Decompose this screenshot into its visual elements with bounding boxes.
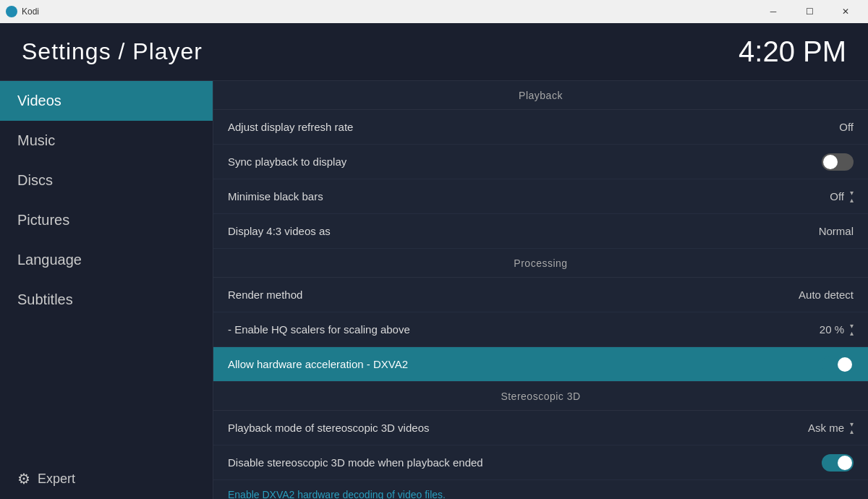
setting-label-playback-3d: Playback mode of stereoscopic 3D videos [228,422,429,434]
chevrons-hq-scalers[interactable]: ▾ ▴ [850,323,854,337]
setting-row-hq-scalers[interactable]: - Enable HQ scalers for scaling above 20… [213,312,868,347]
setting-label-hw-accel: Allow hardware acceleration - DXVA2 [228,358,408,370]
section-header-playback: Playback [213,81,868,110]
setting-row-adjust-refresh[interactable]: Adjust display refresh rate Off [213,110,868,145]
toggle-knob-hw-accel [838,357,852,372]
sidebar-item-music[interactable]: Music [0,121,213,161]
sidebar-item-pictures[interactable]: Pictures [0,200,213,240]
sidebar-item-videos[interactable]: Videos [0,81,213,121]
chevrons-playback-3d[interactable]: ▾ ▴ [850,421,854,435]
toggle-disable-3d[interactable] [822,454,854,472]
title-bar-app-name: Kodi [22,7,39,17]
setting-value-adjust-refresh: Off [839,121,854,133]
section-header-stereoscopic: Stereoscopic 3D [213,382,868,411]
app-icon [6,6,17,17]
setting-value-minimise-black: Off ▾ ▴ [830,189,854,204]
setting-row-display-43[interactable]: Display 4:3 videos as Normal [213,214,868,249]
setting-value-sync-playback [822,153,854,171]
setting-value-hw-accel [822,356,854,373]
sidebar-item-label-language: Language [17,252,82,268]
helper-text: Enable DXVA2 hardware decoding of video … [213,480,868,499]
toggle-sync-playback[interactable] [822,153,854,171]
chevrons-minimise-black[interactable]: ▾ ▴ [850,189,854,204]
sidebar-item-discs[interactable]: Discs [0,161,213,200]
setting-row-disable-3d[interactable]: Disable stereoscopic 3D mode when playba… [213,445,868,480]
settings-panel: Playback Adjust display refresh rate Off… [213,81,868,499]
setting-row-playback-3d[interactable]: Playback mode of stereoscopic 3D videos … [213,411,868,445]
setting-label-display-43: Display 4:3 videos as [228,225,331,237]
sidebar-item-label-videos: Videos [17,93,61,109]
title-bar-controls: ─ ☐ ✕ [757,0,862,23]
gear-icon: ⚙ [17,470,30,487]
setting-row-render-method[interactable]: Render method Auto detect [213,278,868,312]
close-button[interactable]: ✕ [829,0,862,23]
sidebar-item-label-pictures: Pictures [17,212,69,229]
app-header: Settings / Player 4:20 PM [0,23,868,81]
toggle-knob-disable-3d [838,456,852,470]
section-header-processing: Processing [213,249,868,278]
sidebar-item-label-music: Music [17,132,55,149]
title-bar-left: Kodi [6,6,39,17]
app-container: Settings / Player 4:20 PM Videos Music D… [0,23,868,499]
clock: 4:20 PM [739,35,846,68]
maximize-button[interactable]: ☐ [793,0,826,23]
sidebar-item-subtitles[interactable]: Subtitles [0,280,213,320]
setting-label-render-method: Render method [228,289,302,301]
setting-value-display-43: Normal [819,225,854,237]
setting-label-disable-3d: Disable stereoscopic 3D mode when playba… [228,456,483,469]
setting-value-hq-scalers: 20 % ▾ ▴ [820,323,854,337]
minimize-button[interactable]: ─ [757,0,790,23]
setting-value-render-method: Auto detect [799,289,854,301]
setting-row-hw-accel[interactable]: Allow hardware acceleration - DXVA2 [213,347,868,382]
setting-label-minimise-black: Minimise black bars [228,190,323,202]
toggle-hw-accel[interactable] [822,356,854,373]
setting-label-sync-playback: Sync playback to display [228,155,346,168]
setting-value-playback-3d: Ask me ▾ ▴ [808,421,854,435]
sidebar-item-label-subtitles: Subtitles [17,291,73,308]
setting-label-hq-scalers: - Enable HQ scalers for scaling above [228,323,410,336]
expert-label: Expert [38,472,75,487]
title-bar: Kodi ─ ☐ ✕ [0,0,868,23]
sidebar-item-label-discs: Discs [17,172,53,189]
setting-row-sync-playback[interactable]: Sync playback to display [213,145,868,179]
setting-value-disable-3d [822,454,854,472]
expert-button[interactable]: ⚙ Expert [0,459,213,499]
content-area: Videos Music Discs Pictures Language Sub… [0,81,868,499]
page-title: Settings / Player [22,38,203,65]
sidebar: Videos Music Discs Pictures Language Sub… [0,81,213,499]
sidebar-item-language[interactable]: Language [0,240,213,280]
toggle-knob-sync-playback [823,155,838,169]
setting-row-minimise-black[interactable]: Minimise black bars Off ▾ ▴ [213,179,868,214]
setting-label-adjust-refresh: Adjust display refresh rate [228,121,353,133]
